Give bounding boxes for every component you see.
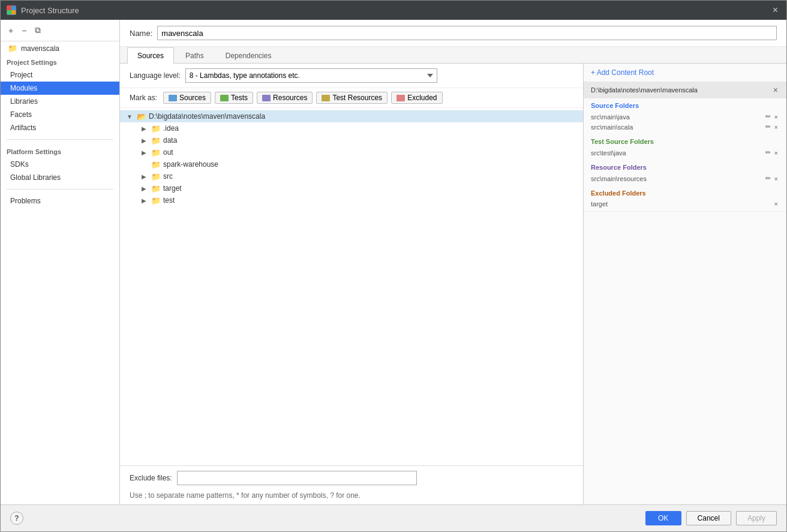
source-folder-edit-1[interactable]: ✏ (764, 123, 772, 131)
mark-resources-button[interactable]: Resources (257, 92, 313, 104)
resource-folder-edit-0[interactable]: ✏ (764, 175, 772, 182)
tree-node-root[interactable]: 📂 D:\bigdata\notes\maven\mavenscala (120, 110, 583, 122)
tree-node-spark-warehouse[interactable]: 📁 spark-warehouse (120, 158, 583, 170)
content-root-path: D:\bigdata\notes\maven\mavenscala (591, 86, 772, 94)
app-icon (7, 5, 16, 15)
sources-color-icon (169, 95, 177, 101)
test-source-folder-actions-0: ✏ × (764, 149, 779, 157)
mark-tests-label: Tests (231, 94, 248, 102)
idea-folder-icon: 📁 (151, 124, 161, 133)
resource-folder-path-0: src\main\resources (591, 175, 764, 182)
out-folder-icon: 📁 (151, 148, 161, 157)
test-resources-color-icon (322, 95, 330, 101)
exclude-files-input[interactable] (177, 471, 417, 485)
root-path-label: D:\bigdata\notes\maven\mavenscala (149, 112, 265, 121)
tab-dependencies[interactable]: Dependencies (215, 47, 282, 64)
file-tree-area: Language level: 8 - Lambdas, type annota… (120, 64, 584, 504)
tab-sources[interactable]: Sources (127, 47, 174, 64)
mark-sources-button[interactable]: Sources (163, 92, 211, 104)
svg-rect-2 (7, 10, 11, 14)
source-folder-remove-0[interactable]: × (773, 113, 779, 121)
test-source-folders-title: Test Source Folders (591, 138, 779, 145)
sidebar-item-modules[interactable]: Modules (1, 82, 119, 95)
source-folder-entry-1: src\main\scala ✏ × (591, 122, 779, 132)
right-area: Name: Sources Paths Dependencies Languag… (120, 20, 786, 504)
excluded-folders-title: Excluded Folders (591, 190, 779, 197)
data-label: data (163, 136, 177, 145)
resource-folder-remove-0[interactable]: × (773, 175, 779, 182)
file-tree-scroll[interactable]: 📂 D:\bigdata\notes\maven\mavenscala 📁 .i… (120, 108, 583, 465)
module-item-label: mavenscala (21, 44, 59, 53)
module-item-mavenscala[interactable]: 📁 mavenscala (1, 41, 119, 55)
mark-tests-button[interactable]: Tests (215, 92, 253, 104)
tree-node-src[interactable]: 📁 src (120, 170, 583, 182)
sidebar-item-global-libraries[interactable]: Global Libraries (1, 171, 119, 184)
nav-tree: Project Settings Project Modules Librari… (1, 55, 119, 504)
out-label: out (163, 148, 173, 157)
mark-test-resources-button[interactable]: Test Resources (316, 92, 388, 104)
source-folder-actions-1: ✏ × (764, 123, 779, 131)
section-divider-2 (7, 189, 113, 190)
apply-button[interactable]: Apply (736, 511, 777, 525)
remove-button[interactable]: − (19, 24, 29, 37)
sidebar-item-artifacts[interactable]: Artifacts (1, 121, 119, 134)
tree-node-data[interactable]: 📁 data (120, 134, 583, 146)
root-arrow (125, 112, 134, 121)
copy-button[interactable]: ⧉ (32, 23, 44, 37)
close-button[interactable]: × (770, 5, 780, 16)
tab-paths[interactable]: Paths (175, 47, 214, 64)
help-button[interactable]: ? (10, 512, 23, 525)
language-level-select[interactable]: 8 - Lambdas, type annotations etc. (185, 68, 437, 83)
tree-node-out[interactable]: 📁 out (120, 146, 583, 158)
excluded-color-icon (396, 95, 405, 101)
mark-excluded-label: Excluded (407, 94, 437, 102)
name-input[interactable] (157, 26, 777, 40)
spark-warehouse-label: spark-warehouse (163, 160, 218, 169)
sidebar-item-facets[interactable]: Facets (1, 108, 119, 121)
sidebar-item-sdks[interactable]: SDKs (1, 158, 119, 171)
data-arrow (139, 136, 149, 145)
project-settings-header: Project Settings (1, 55, 119, 68)
test-arrow (139, 196, 149, 205)
idea-label: .idea (163, 124, 179, 133)
excluded-folder-path-0: target (591, 200, 773, 208)
add-content-root-button[interactable]: + Add Content Root (584, 64, 786, 82)
sidebar-item-libraries[interactable]: Libraries (1, 95, 119, 108)
ok-button[interactable]: OK (645, 511, 681, 525)
source-folder-remove-1[interactable]: × (773, 124, 779, 131)
test-label: test (163, 196, 175, 205)
name-label: Name: (130, 29, 152, 38)
module-folder-icon: 📁 (8, 44, 17, 53)
content-root-close-button[interactable]: × (772, 85, 779, 95)
tree-node-idea[interactable]: 📁 .idea (120, 122, 583, 134)
test-source-folder-entry-0: src\test\java ✏ × (591, 148, 779, 158)
excluded-folders-section: Excluded Folders target × (584, 186, 786, 211)
test-folder-icon: 📁 (151, 196, 161, 205)
idea-arrow (139, 124, 149, 133)
resource-folders-title: Resource Folders (591, 164, 779, 171)
target-folder-icon: 📁 (151, 184, 161, 193)
section-divider (7, 139, 113, 140)
tree-node-test[interactable]: 📁 test (120, 194, 583, 206)
resource-folders-section: Resource Folders src\main\resources ✏ × (584, 160, 786, 186)
project-structure-dialog: Project Structure × + − ⧉ 📁 mavenscala P… (0, 0, 787, 532)
sidebar-item-problems[interactable]: Problems (1, 194, 119, 208)
sidebar-item-project[interactable]: Project (1, 68, 119, 82)
root-folder-icon: 📂 (137, 112, 146, 121)
source-folder-edit-0[interactable]: ✏ (764, 113, 772, 121)
mark-test-resources-label: Test Resources (332, 94, 382, 102)
resource-folder-entry-0: src\main\resources ✏ × (591, 173, 779, 184)
tree-node-target[interactable]: 📁 target (120, 182, 583, 194)
cancel-button[interactable]: Cancel (686, 511, 731, 525)
left-toolbar: + − ⧉ (1, 20, 119, 41)
test-source-folder-edit-0[interactable]: ✏ (764, 149, 772, 157)
test-source-folders-section: Test Source Folders src\test\java ✏ × (584, 134, 786, 160)
test-source-folder-remove-0[interactable]: × (773, 149, 779, 157)
exclude-files-row: Exclude files: (120, 465, 583, 490)
excluded-folder-entry-0: target × (591, 199, 779, 209)
add-button[interactable]: + (5, 24, 16, 37)
excluded-folder-remove-0[interactable]: × (773, 200, 779, 208)
source-folders-title: Source Folders (591, 102, 779, 109)
right-sidebar: + Add Content Root D:\bigdata\notes\mave… (584, 64, 786, 504)
mark-excluded-button[interactable]: Excluded (391, 92, 442, 104)
